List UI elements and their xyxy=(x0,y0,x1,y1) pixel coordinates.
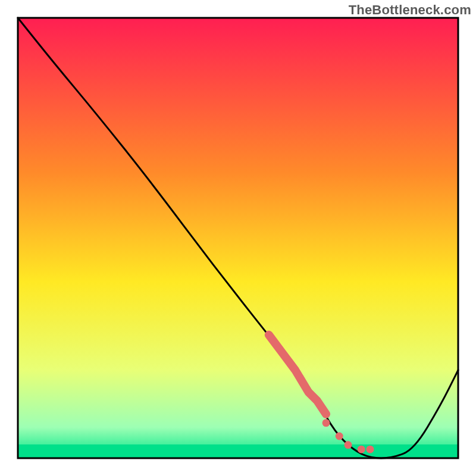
green-band xyxy=(18,444,458,458)
highlight-dot xyxy=(322,419,330,427)
highlight-dot xyxy=(358,446,365,453)
plot-background xyxy=(18,18,458,458)
chart-stage: TheBottleneck.com xyxy=(0,0,476,476)
highlight-dot xyxy=(336,433,343,440)
highlight-dot xyxy=(345,441,352,449)
chart-svg xyxy=(0,0,476,476)
highlight-dot xyxy=(367,446,374,453)
